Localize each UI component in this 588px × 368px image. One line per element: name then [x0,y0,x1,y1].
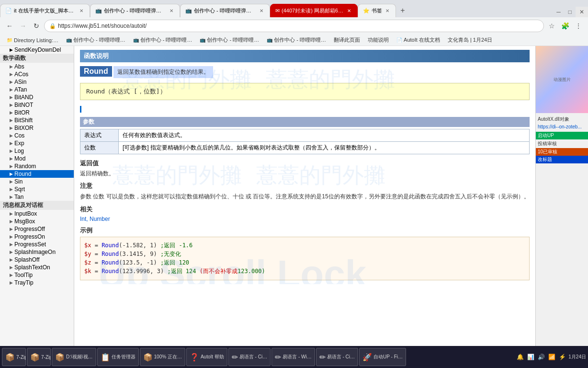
bookmark-5[interactable]: 翻译此页面 [331,36,363,44]
tray-icon-5[interactable]: ⚡ [558,353,566,361]
new-tab-button[interactable]: + [396,4,409,17]
sidebar-item-progressset[interactable]: ▶ ProgressSet [0,241,74,248]
tab-1[interactable]: 📄 it 在线手册中文版_脚本之… ✕ [0,4,90,17]
sidebar-item-bitnot[interactable]: ▶ BitNOT [0,101,74,109]
taskbar-item-autoit[interactable]: ❓ AutoIt 帮助 [186,348,227,366]
related-links[interactable]: Int, Number [80,216,530,222]
bookmark-3[interactable]: 📺 创作中心 - 哔哩哔哩… [197,36,262,44]
right-panel-bar3: 改标题 [536,156,588,163]
sidebar-arrow-splashoff: ▶ [10,257,13,262]
bookmark-6-label: 功能说明 [368,36,389,44]
bookmark-4-label: 创作中心 - 哔哩哔哩… [274,36,326,44]
tray-icon-3[interactable]: 🔊 [537,353,545,361]
sidebar-item-tooltip[interactable]: ▶ ToolTip [0,271,74,279]
sidebar-item-tan[interactable]: ▶ Tan [0,193,74,201]
note-content: 参数 位数 可以是负数，这样您就可以指定数值精确到个位、十位 或 百位等。注意系… [80,193,530,200]
sidebar-item-splashoff[interactable]: ▶ SplashOff [0,256,74,264]
sidebar-item-bitand[interactable]: ▶ BitAND [0,93,74,101]
taskbar-item-zip2[interactable]: 📦 7-Zip [27,348,51,366]
example-line-0: $x = Round(-1.582, 1) ;返回 -1.6 [84,242,525,250]
sidebar-item-progressoff[interactable]: ▶ ProgressOff [0,225,74,233]
syntax-box: Round（表达式 [，位数]） [80,83,530,100]
taskbar-item-eylang1[interactable]: ✏ 易语言 - Ci… [228,348,271,366]
bookmark-7[interactable]: 📄 AutoIt 在线文档 [394,36,443,44]
bookmark-4[interactable]: 📺 创作中心 - 哔哩哔哩… [264,36,329,44]
taskbar-icon-autoit: ❓ [190,353,199,362]
section-header: 函数说明 [80,50,530,62]
bookmark-4-favicon: 📺 [267,37,272,43]
sidebar-scroll[interactable]: ▶ SendKeyDownDel 数学函数 ▶ Abs ▶ ACos ▶ ASi… [0,46,74,346]
tab-5[interactable]: ⭐ 书签 ✕ [358,4,396,17]
taskbar-item-video[interactable]: 📦 D:\视频\视… [52,348,96,366]
sidebar-item-progresson[interactable]: ▶ ProgressOn [0,233,74,241]
sidebar-item-bitshift[interactable]: ▶ BitShift [0,116,74,124]
bookmark-1-favicon: 📺 [66,37,72,43]
sidebar-item-bitxor[interactable]: ▶ BitXOR [0,124,74,132]
extensions-button[interactable]: 🧩 [559,20,571,32]
tray-icon-2[interactable]: 📊 [526,353,535,361]
return-title: 返回值 [80,159,530,168]
sidebar-item-sqrt[interactable]: ▶ Sqrt [0,185,74,193]
sidebar-item-acos[interactable]: ▶ ACos [0,70,74,78]
sidebar-item-log[interactable]: ▶ Log [0,147,74,155]
sidebar-item-msgbox[interactable]: ▶ MsgBox [0,218,74,225]
minimize-button[interactable]: ─ [553,7,565,17]
taskbar-item-progress[interactable]: 📦 100% 正在… [140,348,185,366]
tab-1-close[interactable]: ✕ [78,8,85,14]
sidebar-item-splashimageon[interactable]: ▶ SplashImageOn [0,248,74,256]
tab-4-close[interactable]: ✕ [346,8,352,14]
right-panel-bar1-text: 启动UP [538,132,554,139]
sidebar-item-traytip[interactable]: ▶ TrayTip [0,279,74,287]
tab-2[interactable]: 📺 创作中心 - 哔哩哔哩弹幕视频… ✕ [90,4,180,17]
bookmark-1[interactable]: 📺 创作中心 - 哔哩哔哩… [63,36,128,44]
taskbar-item-eylang3[interactable]: ✏ 易语言 - Ci… [316,348,358,366]
bookmark-6[interactable]: 功能说明 [365,36,392,44]
sidebar-item-label-abs: Abs [14,63,24,70]
sidebar-item-exp[interactable]: ▶ Exp [0,139,74,147]
refresh-button[interactable]: ↻ [31,20,42,32]
sidebar-item-atan[interactable]: ▶ ATan [0,86,74,93]
sidebar: ▶ SendKeyDownDel 数学函数 ▶ Abs ▶ ACos ▶ ASi… [0,46,74,346]
sidebar-item-label-bitshift: BitShift [14,117,33,124]
bookmark-2[interactable]: 📺 创作中心 - 哔哩哔哩… [130,36,195,44]
sidebar-item-splashtexton[interactable]: ▶ SplashTextOn [0,264,74,271]
bookmark-button[interactable]: ☆ [546,20,557,32]
taskbar-item-eylang2[interactable]: ✏ 易语言 - Wi… [271,348,315,366]
taskbar-item-taskmgr[interactable]: 📋 任务管理器 [97,348,139,366]
maximize-button[interactable]: □ [565,7,576,17]
back-button[interactable]: ← [4,20,15,32]
taskbar-item-autoup[interactable]: 🚀 自动UP - Fi… [359,348,406,366]
sidebar-item-abs[interactable]: ▶ Abs [0,63,74,70]
sidebar-item-bitor[interactable]: ▶ BitOR [0,109,74,116]
sidebar-item-sendkeydowndel[interactable]: ▶ SendKeyDownDel [0,46,74,54]
right-panel-link[interactable]: https://di--on-zoteb... [536,124,588,130]
tray-icon-4[interactable]: 📶 [547,353,556,361]
bookmark-7-label: AutoIt 在线文档 [404,36,440,44]
sidebar-item-inputbox[interactable]: ▶ InputBox [0,210,74,218]
tray-icon-1[interactable]: 🔔 [516,353,524,361]
tab-1-favicon: 📄 [5,8,12,14]
sidebar-item-mod[interactable]: ▶ Mod [0,155,74,162]
bookmark-0[interactable]: 📁 Directory Listing:… [4,37,61,44]
lock-icon: 🔒 [49,23,56,29]
sidebar-item-random[interactable]: ▶ Random [0,162,74,170]
menu-button[interactable]: ⋮ [573,20,584,32]
bookmark-8[interactable]: 文化青岛 | 1月24日 [445,36,495,44]
forward-button[interactable]: → [17,20,29,32]
taskbar-icon-eylang2: ✏ [275,353,281,362]
sidebar-item-sin[interactable]: ▶ Sin [0,178,74,185]
tab-5-close[interactable]: ✕ [384,8,391,14]
tab-3-close[interactable]: ✕ [258,8,265,14]
tab-4[interactable]: ✉ (4407封未读) 网易邮箱6.0版 ✕ [270,4,358,17]
sidebar-item-cos[interactable]: ▶ Cos [0,132,74,139]
tab-3[interactable]: 📺 创作中心 - 哔哩哔哩弹幕视频… ✕ [180,4,270,17]
taskbar-icon-zip1[interactable]: 📦 7-Zip [2,348,26,366]
related-title: 相关 [80,205,530,214]
main-container: ▶ SendKeyDownDel 数学函数 ▶ Abs ▶ ACos ▶ ASi… [0,46,588,346]
param-desc-1: [可选参数] 指定要精确到小数点后的第几位。如果省略则对表达式取整（四舍五入，保… [119,142,530,154]
sidebar-item-asin[interactable]: ▶ ASin [0,78,74,86]
close-button[interactable]: ✕ [576,7,588,17]
sidebar-item-round[interactable]: ▶ Round [0,170,74,178]
address-bar[interactable]: 🔒 https://www.jb51.net/shouce/autoit/ [44,20,544,32]
tab-2-close[interactable]: ✕ [168,8,175,14]
